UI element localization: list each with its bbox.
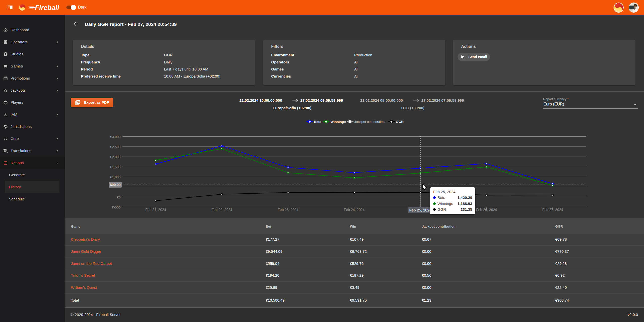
svg-text:€1,500: €1,500 (110, 165, 120, 169)
svg-text:€3,000: €3,000 (110, 135, 120, 139)
svg-text:€1,000: €1,000 (110, 175, 120, 179)
svg-text:Winnings: Winnings (331, 120, 346, 124)
svg-text:Feb 22, 2024: Feb 22, 2024 (212, 208, 232, 212)
svg-text:GGR: GGR (396, 120, 404, 124)
svg-text:Feb 21, 2024: Feb 21, 2024 (145, 208, 166, 212)
svg-text:Feb 27, 2024: Feb 27, 2024 (542, 208, 563, 212)
svg-text:Feb 24, 2024: Feb 24, 2024 (344, 208, 365, 212)
svg-text:Feb 26, 2024: Feb 26, 2024 (476, 208, 497, 212)
svg-text:Fireball: Fireball (35, 4, 59, 12)
svg-text:€2,500: €2,500 (110, 145, 120, 149)
svg-text:€2,000: €2,000 (110, 155, 120, 159)
svg-text:600.00: 600.00 (110, 183, 121, 187)
svg-text:Jackpot contributions: Jackpot contributions (354, 120, 386, 124)
svg-text:€0: €0 (117, 195, 120, 199)
svg-text:Bets: Bets (314, 120, 321, 124)
svg-text:Feb 25, 2024: Feb 25, 2024 (409, 208, 431, 212)
svg-text:PDF: PDF (77, 101, 81, 103)
svg-text:€-500: €-500 (112, 205, 120, 209)
svg-text:Feb 23, 2024: Feb 23, 2024 (278, 208, 299, 212)
